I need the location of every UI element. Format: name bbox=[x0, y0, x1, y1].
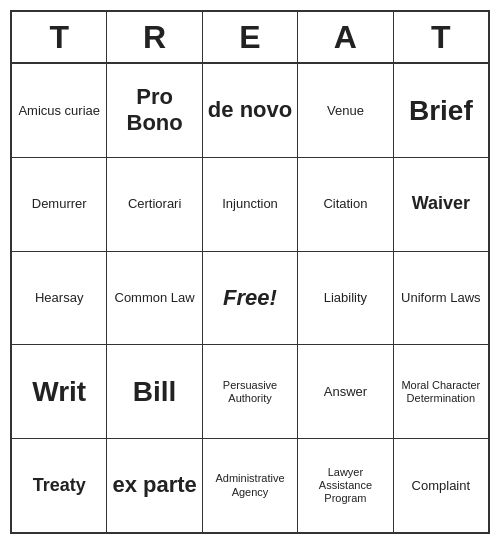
cell-1-1: Certiorari bbox=[107, 158, 202, 251]
cell-1-4: Waiver bbox=[394, 158, 488, 251]
grid-row-2: HearsayCommon LawFree!LiabilityUniform L… bbox=[12, 252, 488, 346]
grid-row-4: Treatyex parteAdministrative AgencyLawye… bbox=[12, 439, 488, 532]
cell-0-3: Venue bbox=[298, 64, 393, 157]
cell-0-1: Pro Bono bbox=[107, 64, 202, 157]
cell-4-4: Complaint bbox=[394, 439, 488, 532]
cell-4-1: ex parte bbox=[107, 439, 202, 532]
cell-2-3: Liability bbox=[298, 252, 393, 345]
cell-4-0: Treaty bbox=[12, 439, 107, 532]
cell-3-2: Persuasive Authority bbox=[203, 345, 298, 438]
cell-4-3: Lawyer Assistance Program bbox=[298, 439, 393, 532]
cell-0-0: Amicus curiae bbox=[12, 64, 107, 157]
cell-2-4: Uniform Laws bbox=[394, 252, 488, 345]
cell-3-0: Writ bbox=[12, 345, 107, 438]
cell-2-2: Free! bbox=[203, 252, 298, 345]
bingo-card: TREAT Amicus curiaePro Bonode novoVenueB… bbox=[10, 10, 490, 534]
header-letter-t-0: T bbox=[12, 12, 107, 62]
grid-row-1: DemurrerCertiorariInjunctionCitationWaiv… bbox=[12, 158, 488, 252]
header-letter-r-1: R bbox=[107, 12, 202, 62]
cell-3-3: Answer bbox=[298, 345, 393, 438]
header-letter-t-4: T bbox=[394, 12, 488, 62]
cell-1-3: Citation bbox=[298, 158, 393, 251]
cell-0-4: Brief bbox=[394, 64, 488, 157]
header-letter-a-3: A bbox=[298, 12, 393, 62]
cell-2-0: Hearsay bbox=[12, 252, 107, 345]
cell-0-2: de novo bbox=[203, 64, 298, 157]
cell-1-2: Injunction bbox=[203, 158, 298, 251]
grid-row-3: WritBillPersuasive AuthorityAnswerMoral … bbox=[12, 345, 488, 439]
header-letter-e-2: E bbox=[203, 12, 298, 62]
cell-2-1: Common Law bbox=[107, 252, 202, 345]
cell-4-2: Administrative Agency bbox=[203, 439, 298, 532]
header-row: TREAT bbox=[12, 12, 488, 64]
cell-3-1: Bill bbox=[107, 345, 202, 438]
cell-1-0: Demurrer bbox=[12, 158, 107, 251]
cell-3-4: Moral Character Determination bbox=[394, 345, 488, 438]
grid: Amicus curiaePro Bonode novoVenueBriefDe… bbox=[12, 64, 488, 532]
grid-row-0: Amicus curiaePro Bonode novoVenueBrief bbox=[12, 64, 488, 158]
